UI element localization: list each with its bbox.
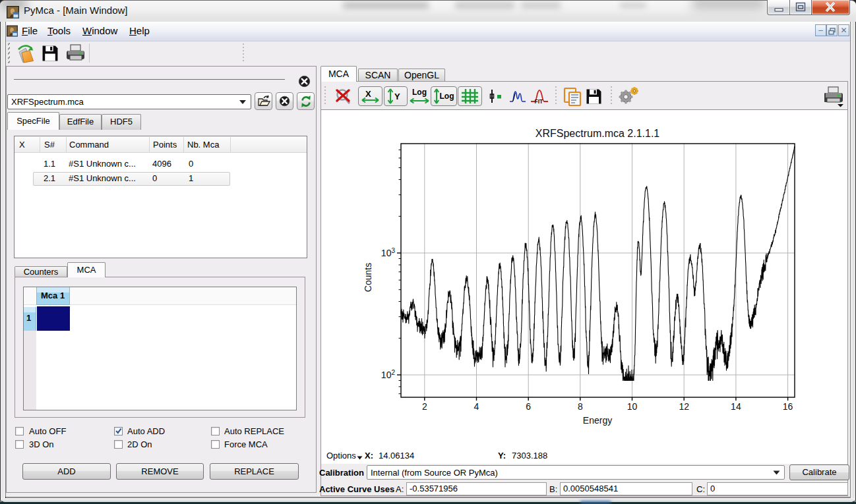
svg-text:Log: Log [440,92,454,101]
svg-text:Energy: Energy [583,415,612,426]
svg-text:Y: Y [394,92,400,101]
svg-text:8: 8 [578,401,583,412]
svg-text:10: 10 [627,401,638,412]
svg-text:Counts: Counts [363,263,373,292]
svg-text:Log: Log [412,88,427,97]
svg-text:2: 2 [422,401,427,412]
svg-text:4: 4 [474,401,479,412]
svg-text:XRFSpectrum.mca 2.1.1.1: XRFSpectrum.mca 2.1.1.1 [535,128,660,139]
svg-text:16: 16 [783,401,793,412]
svg-text:X: X [365,89,371,99]
svg-text:14: 14 [731,401,741,412]
svg-text:6: 6 [526,401,531,412]
svg-text:FIT: FIT [535,98,544,105]
svg-text:12: 12 [679,401,689,412]
